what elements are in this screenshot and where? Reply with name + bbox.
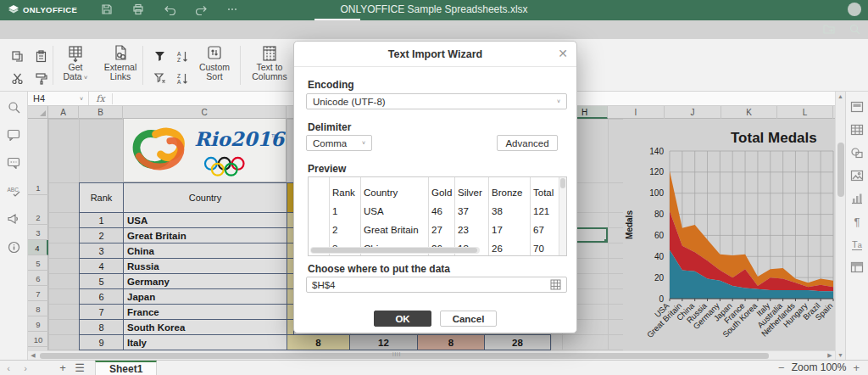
- column-header-a[interactable]: A: [48, 106, 79, 119]
- shape-settings-icon[interactable]: [850, 146, 864, 160]
- row-header-4[interactable]: 4: [28, 240, 48, 255]
- search-icon[interactable]: [848, 22, 861, 36]
- get-data-button[interactable]: Get Data ˅: [54, 44, 97, 88]
- external-links-button[interactable]: External Links: [98, 44, 142, 88]
- select-range-icon[interactable]: [550, 279, 561, 290]
- sort-descending-icon[interactable]: ZA: [174, 70, 191, 87]
- preview-cell: 2: [332, 225, 359, 235]
- avatar[interactable]: [848, 3, 861, 16]
- country-cell: Japan: [123, 288, 287, 305]
- scroll-up-arrow[interactable]: ▲: [836, 92, 845, 101]
- print-icon[interactable]: [131, 3, 145, 16]
- redo-icon[interactable]: [194, 3, 208, 16]
- open-file-location-icon[interactable]: [822, 22, 836, 36]
- feedback-icon[interactable]: [7, 212, 20, 226]
- table-settings-icon[interactable]: [850, 123, 864, 137]
- spellcheck-icon[interactable]: ABC: [7, 184, 20, 198]
- title-bar: ONLYOFFICE: [0, 0, 868, 19]
- undo-icon[interactable]: [163, 3, 176, 16]
- cut-icon[interactable]: [8, 70, 25, 87]
- rank-cell: 9: [79, 334, 124, 350]
- total-medals-chart[interactable]: 020406080100120140USAGreat BritainChinaR…: [623, 119, 835, 350]
- svg-text:Medals: Medals: [625, 210, 634, 239]
- preview-vertical-scrollbar[interactable]: [559, 177, 566, 255]
- svg-text:100: 100: [649, 188, 664, 198]
- custom-sort-button[interactable]: Custom Sort: [193, 44, 236, 88]
- row-header-3[interactable]: 3: [28, 225, 48, 240]
- about-icon[interactable]: [7, 240, 20, 254]
- paragraph-settings-icon[interactable]: ¶: [850, 215, 864, 228]
- vertical-scrollbar[interactable]: ▲ ▼: [835, 92, 845, 360]
- add-sheet-button[interactable]: +: [54, 361, 71, 374]
- chart-settings-icon[interactable]: [850, 192, 864, 205]
- zoom-out-button[interactable]: −: [778, 361, 785, 374]
- destination-range-input[interactable]: $H$4: [306, 277, 567, 293]
- chevron-down-icon: ˅: [557, 98, 560, 104]
- select-all-button[interactable]: [28, 106, 48, 119]
- preview-cell: 26: [492, 243, 528, 254]
- sort-ascending-icon[interactable]: AZ: [174, 48, 191, 64]
- cancel-button[interactable]: Cancel: [440, 311, 497, 327]
- ok-button[interactable]: OK: [374, 311, 431, 327]
- row-header-6[interactable]: 6: [28, 271, 48, 286]
- country-cell: China: [123, 243, 287, 259]
- row-header-9[interactable]: 9: [28, 316, 48, 332]
- row-header-7[interactable]: 7: [28, 286, 48, 301]
- column-header-k[interactable]: K: [721, 106, 777, 119]
- dialog-header[interactable]: Text Import Wizard ✕: [294, 42, 576, 67]
- format-painter-icon[interactable]: [32, 70, 49, 87]
- more-icon[interactable]: [225, 3, 239, 16]
- vertical-scroll-thumb[interactable]: [837, 143, 844, 197]
- cell-name-box[interactable]: H4 ˅: [28, 92, 89, 105]
- column-header-j[interactable]: J: [665, 106, 721, 119]
- svg-text:TM: TM: [271, 134, 277, 138]
- insert-function-button[interactable]: fx: [89, 93, 113, 104]
- zoom-in-button[interactable]: +: [853, 361, 860, 374]
- advanced-button[interactable]: Advanced: [497, 135, 558, 151]
- row-header-1[interactable]: 1: [28, 132, 48, 195]
- delimiter-select[interactable]: Comma ˅: [306, 135, 372, 151]
- cell-settings-icon[interactable]: [850, 100, 864, 114]
- clear-filter-icon[interactable]: [151, 70, 168, 87]
- chat-icon[interactable]: [7, 156, 20, 170]
- column-header-b[interactable]: B: [79, 106, 123, 119]
- encoding-select[interactable]: Unicode (UTF-8) ˅: [306, 93, 567, 109]
- sheet-tab[interactable]: Sheet1: [95, 361, 157, 375]
- country-cell: Great Britain: [123, 227, 287, 243]
- scroll-right-arrow[interactable]: ▶: [825, 351, 835, 360]
- text-art-settings-icon[interactable]: Ta: [850, 238, 864, 251]
- scroll-grip: ||||: [392, 353, 404, 355]
- row-header-10[interactable]: 10: [28, 332, 48, 347]
- row-header-5[interactable]: 5: [28, 255, 48, 271]
- delimiter-label: Delimiter: [308, 121, 351, 133]
- comments-icon[interactable]: [7, 128, 20, 142]
- column-header-l[interactable]: L: [777, 106, 833, 119]
- filter-icon[interactable]: [151, 48, 168, 64]
- preview-cell: Great Britain: [364, 225, 426, 235]
- next-sheet-button[interactable]: ›: [17, 363, 34, 373]
- row-header-2[interactable]: 2: [28, 195, 48, 225]
- text-to-columns-button[interactable]: Text to Columns: [246, 44, 293, 88]
- prev-sheet-button[interactable]: ‹: [0, 363, 17, 373]
- country-cell: Germany: [123, 273, 287, 289]
- column-header-i[interactable]: I: [608, 106, 665, 119]
- close-icon[interactable]: ✕: [558, 47, 568, 60]
- image-settings-icon[interactable]: [850, 169, 864, 182]
- horizontal-scrollbar[interactable]: ◀ |||| ▶: [28, 350, 835, 360]
- preview-horizontal-scrollbar[interactable]: [310, 247, 480, 254]
- pivot-table-settings-icon[interactable]: [850, 260, 864, 274]
- scroll-down-arrow[interactable]: ▼: [836, 350, 845, 360]
- search-icon[interactable]: [7, 100, 20, 114]
- sheet-list-button[interactable]: ☰: [71, 361, 88, 374]
- preview-cell: Country: [364, 188, 426, 198]
- rio2016-logo-cell: Rio2016TM: [123, 119, 287, 182]
- rank-cell: 3: [79, 243, 124, 259]
- row-header-8[interactable]: 8: [28, 301, 48, 316]
- column-header-c[interactable]: C: [123, 106, 287, 119]
- copy-icon[interactable]: [8, 48, 25, 64]
- scroll-left-arrow[interactable]: ◀: [28, 351, 38, 360]
- horizontal-scroll-thumb[interactable]: [40, 353, 769, 359]
- paste-icon[interactable]: [32, 48, 49, 64]
- onlyoffice-logo-icon: [8, 5, 19, 14]
- save-icon[interactable]: [100, 3, 114, 16]
